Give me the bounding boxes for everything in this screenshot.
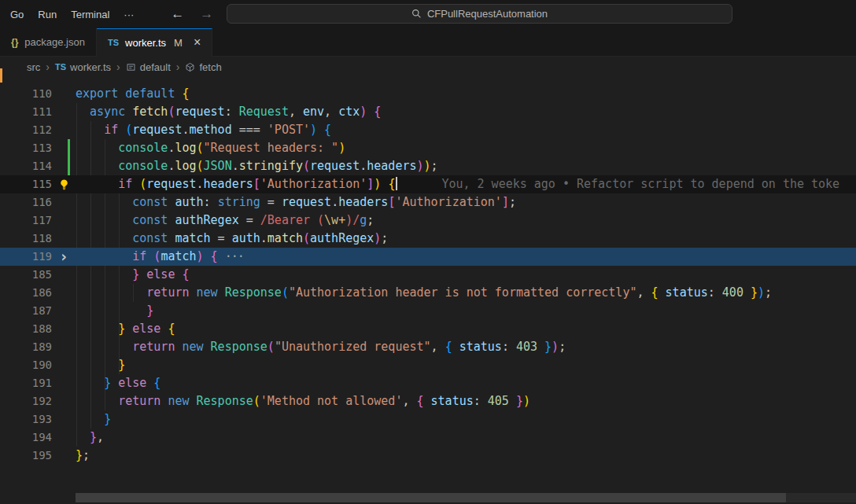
line-number[interactable]: 118 (0, 230, 52, 248)
line-number[interactable]: 119 (0, 248, 52, 266)
line-number[interactable]: 111 (0, 103, 52, 121)
menu-item-terminal[interactable]: Terminal (64, 6, 116, 24)
code-line[interactable]: 192 return new Response('Method not allo… (0, 392, 856, 410)
tab-package-json[interactable]: {} package.json (0, 28, 97, 56)
left-edge-marker (0, 68, 2, 83)
code-text: } (76, 410, 856, 429)
code-line[interactable]: 114 console.log(JSON.stringify(request.h… (0, 157, 856, 175)
close-icon[interactable]: × (194, 36, 201, 49)
line-number[interactable]: 189 (0, 338, 52, 356)
symbol-method-icon (185, 62, 195, 72)
gutter-decoration (52, 410, 76, 429)
history-navigation: ← → (171, 6, 213, 22)
gutter-decoration (52, 266, 76, 284)
breadcrumb-symbol-default[interactable]: default (126, 61, 171, 73)
breadcrumb-symbol-label: default (140, 61, 171, 73)
code-text: } (76, 302, 856, 320)
breadcrumb-file[interactable]: TS worker.ts (55, 61, 111, 73)
tab-worker-ts[interactable]: TS worker.ts M × (97, 28, 212, 56)
code-line[interactable]: 116 const auth: string = request.headers… (0, 193, 856, 212)
breadcrumb-symbol-fetch[interactable]: fetch (185, 61, 221, 73)
code-text: if (request.headers['Authorization']) {Y… (76, 175, 856, 193)
code-line[interactable]: 187 } (0, 302, 856, 320)
menu-item-run[interactable]: Run (31, 6, 64, 24)
line-number[interactable]: 191 (0, 374, 52, 392)
code-line[interactable]: 111 async fetch(request: Request, env, c… (0, 103, 856, 121)
line-number[interactable]: 112 (0, 121, 52, 139)
line-number[interactable]: 194 (0, 429, 52, 447)
code-line[interactable]: 188 } else { (0, 320, 856, 338)
breadcrumb: src › TS worker.ts › default › fetch (0, 57, 856, 77)
code-line[interactable]: 185 } else { (0, 266, 856, 284)
line-number[interactable]: 113 (0, 139, 52, 157)
breadcrumb-file-label: worker.ts (70, 61, 111, 73)
code-text: console.log(JSON.stringify(request.heade… (76, 157, 856, 175)
gutter-decoration (52, 212, 76, 230)
menu-more-icon[interactable]: ··· (116, 6, 141, 24)
scrollbar-thumb[interactable] (76, 493, 786, 502)
line-number[interactable]: 195 (0, 447, 52, 465)
code-line[interactable]: 189 return new Response("Unauthorized re… (0, 338, 856, 356)
code-text: const auth: string = request.headers['Au… (76, 193, 856, 212)
line-number[interactable]: 115 (0, 175, 52, 193)
text-cursor (396, 177, 397, 190)
gutter-decoration (52, 392, 76, 410)
symbol-object-icon (126, 62, 136, 72)
back-button[interactable]: ← (171, 6, 184, 22)
line-number[interactable]: 193 (0, 410, 52, 429)
typescript-file-icon: TS (108, 38, 119, 47)
code-line[interactable]: 190 } (0, 356, 856, 374)
line-number[interactable]: 190 (0, 356, 52, 374)
titlebar: Go Run Terminal ··· ← → CFPullRequestAut… (0, 0, 856, 28)
breadcrumb-folder[interactable]: src (27, 61, 40, 73)
line-number[interactable]: 114 (0, 157, 52, 175)
gutter-decoration (52, 429, 76, 447)
code-line[interactable]: 191 } else { (0, 374, 856, 392)
typescript-file-icon: TS (55, 62, 66, 72)
code-line[interactable]: 112 if (request.method === 'POST') { (0, 121, 856, 139)
line-number[interactable]: 117 (0, 212, 52, 230)
gutter-decoration (52, 103, 76, 121)
gutter-decoration (52, 284, 76, 302)
line-number[interactable]: 187 (0, 302, 52, 320)
code-line[interactable]: 118 const match = auth.match(authRegex); (0, 230, 856, 248)
lightbulb-icon[interactable] (52, 175, 76, 193)
tab-label: package.json (24, 36, 85, 48)
gutter-decoration (52, 121, 76, 139)
code-area: 110export default {111 async fetch(reque… (0, 77, 856, 465)
code-text: async fetch(request: Request, env, ctx) … (76, 103, 856, 121)
code-text: } else { (76, 266, 856, 284)
code-line[interactable]: 193 } (0, 410, 856, 429)
line-number[interactable]: 186 (0, 284, 52, 302)
code-text: }; (76, 447, 856, 465)
menu-item-go[interactable]: Go (3, 6, 31, 24)
editor-tabbar: {} package.json TS worker.ts M × (0, 28, 856, 57)
code-line[interactable]: 194 }, (0, 429, 856, 447)
code-text: return new Response("Authorization heade… (76, 284, 856, 302)
line-number[interactable]: 116 (0, 193, 52, 212)
line-number[interactable]: 110 (0, 85, 52, 103)
command-center-search[interactable]: CFPullRequestAutomation (227, 4, 732, 24)
code-line[interactable]: 186 return new Response("Authorization h… (0, 284, 856, 302)
git-added-gutter-marker (52, 139, 76, 157)
line-number[interactable]: 192 (0, 392, 52, 410)
line-number[interactable]: 188 (0, 320, 52, 338)
code-line[interactable]: 119› if (match) { ··· (0, 248, 856, 266)
git-modified-badge: M (174, 37, 183, 49)
code-line[interactable]: 110export default { (0, 85, 856, 103)
code-text: return new Response('Method not allowed'… (76, 392, 856, 410)
code-line[interactable]: 115 if (request.headers['Authorization']… (0, 175, 856, 193)
gutter-decoration (52, 193, 76, 212)
code-text: const match = auth.match(authRegex); (76, 230, 856, 248)
line-number[interactable]: 185 (0, 266, 52, 284)
code-line[interactable]: 195}; (0, 447, 856, 465)
forward-button[interactable]: → (200, 6, 213, 22)
gutter-decoration (52, 320, 76, 338)
search-value: CFPullRequestAutomation (427, 8, 548, 20)
gutter-decoration (52, 230, 76, 248)
code-text: if (match) { ··· (76, 248, 856, 266)
horizontal-scrollbar[interactable] (76, 493, 856, 502)
code-line[interactable]: 113 console.log("Request headers: ") (0, 139, 856, 157)
code-line[interactable]: 117 const authRegex = /Bearer (\w+)/g; (0, 212, 856, 230)
fold-chevron-icon[interactable]: › (52, 248, 76, 266)
